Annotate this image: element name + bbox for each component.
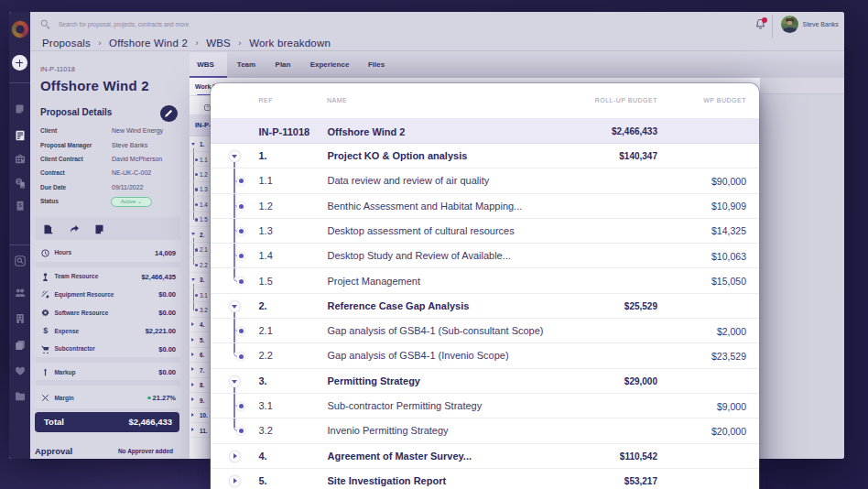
svg-text:$: $ (17, 179, 20, 184)
